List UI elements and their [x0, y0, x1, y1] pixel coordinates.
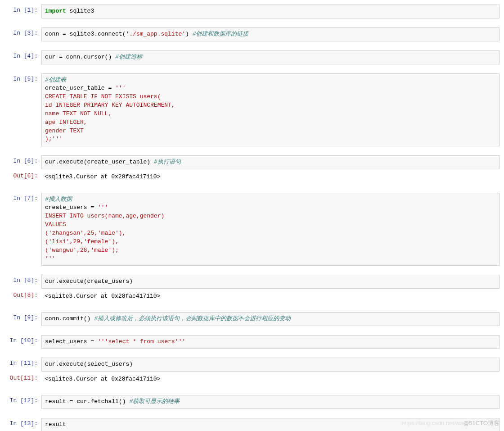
cell-in-10: In [10]: select_users = '''select * from… [4, 335, 500, 349]
prompt-in-9: In [9]: [4, 312, 41, 323]
prompt-out-11: Out[11]: [4, 372, 41, 384]
code-input-1[interactable]: import sqlite3 [41, 5, 500, 18]
output-6: <sqlite3.Cursor at 0x28fac417110> [41, 170, 500, 184]
output-8: <sqlite3.Cursor at 0x28fac417110> [41, 290, 500, 303]
prompt-in-10: In [10]: [4, 335, 41, 346]
cell-in-13: In [13]: result [4, 418, 500, 431]
cell-in-7: In [7]: #插入数据 create_users = ''' INSERT … [4, 193, 500, 266]
prompt-in-3: In [3]: [4, 27, 41, 39]
code-input-3[interactable]: conn = sqlite3.connect('./sm_app.sqlite'… [41, 27, 500, 41]
prompt-in-11: In [11]: [4, 358, 41, 369]
code-input-11[interactable]: cur.execute(select_users) [41, 358, 500, 372]
code-input-8[interactable]: cur.execute(create_users) [41, 275, 500, 289]
cell-in-11: In [11]: cur.execute(select_users) [4, 358, 500, 372]
cell-out-6: Out[6]: <sqlite3.Cursor at 0x28fac417110… [4, 170, 500, 184]
prompt-in-7: In [7]: [4, 193, 41, 204]
cell-in-6: In [6]: cur.execute(create_user_table) #… [4, 155, 500, 169]
output-11: <sqlite3.Cursor at 0x28fac417110> [41, 372, 500, 386]
code-input-7[interactable]: #插入数据 create_users = ''' INSERT INTO use… [41, 193, 500, 266]
code-input-12[interactable]: result = cur.fetchall() #获取可显示的结果 [41, 395, 500, 409]
prompt-in-8: In [8]: [4, 275, 41, 286]
prompt-in-4: In [4]: [4, 50, 41, 62]
prompt-in-5: In [5]: [4, 73, 41, 85]
cell-in-5: In [5]: #创建表 create_user_table = ''' CRE… [4, 73, 500, 147]
code-input-9[interactable]: conn.commit() #插入或修改后，必须执行该语句，否则数据库中的数据不… [41, 312, 500, 326]
cell-in-8: In [8]: cur.execute(create_users) [4, 275, 500, 289]
cell-in-3: In [3]: conn = sqlite3.connect('./sm_app… [4, 27, 500, 41]
cell-in-12: In [12]: result = cur.fetchall() #获取可显示的… [4, 395, 500, 409]
code-input-6[interactable]: cur.execute(create_user_table) #执行语句 [41, 155, 500, 169]
prompt-in-13: In [13]: [4, 418, 41, 429]
cell-out-11: Out[11]: <sqlite3.Cursor at 0x28fac41711… [4, 372, 500, 386]
cell-in-9: In [9]: conn.commit() #插入或修改后，必须执行该语句，否则… [4, 312, 500, 326]
code-input-13[interactable]: result [41, 418, 500, 431]
prompt-in-12: In [12]: [4, 395, 41, 406]
cell-in-4: In [4]: cur = conn.cursor() #创建游标 [4, 50, 500, 64]
prompt-in-1: In [1]: [4, 5, 41, 16]
cell-in-1: In [1]: import sqlite3 [4, 5, 500, 18]
code-input-5[interactable]: #创建表 create_user_table = ''' CREATE TABL… [41, 73, 500, 147]
code-input-10[interactable]: select_users = '''select * from users''' [41, 335, 500, 349]
code-input-4[interactable]: cur = conn.cursor() #创建游标 [41, 50, 500, 64]
prompt-in-6: In [6]: [4, 155, 41, 167]
prompt-out-6: Out[6]: [4, 170, 41, 181]
cell-out-8: Out[8]: <sqlite3.Cursor at 0x28fac417110… [4, 290, 500, 303]
prompt-out-8: Out[8]: [4, 290, 41, 301]
